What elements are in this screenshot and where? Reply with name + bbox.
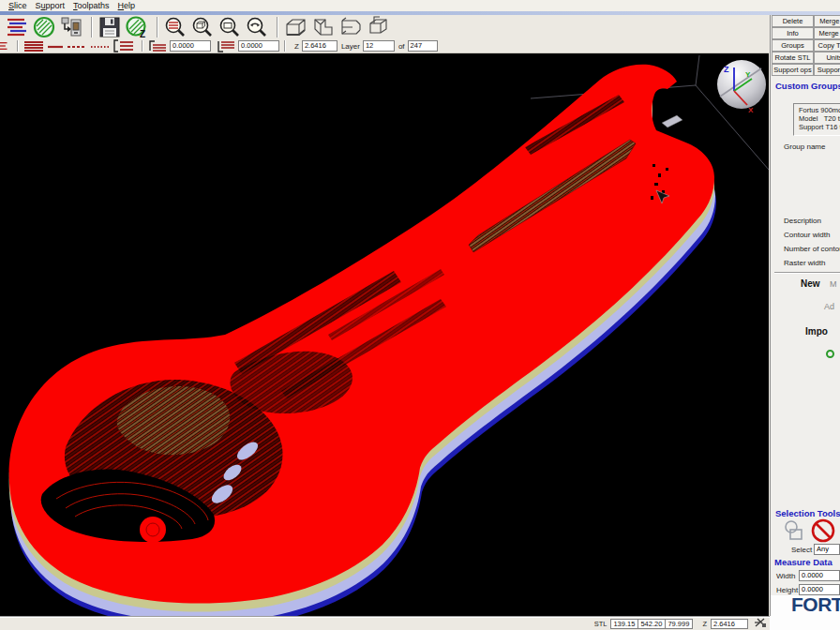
magnifier-pan-icon[interactable] (245, 16, 269, 38)
info-button[interactable]: Info (772, 27, 814, 39)
new-button[interactable]: New (801, 278, 820, 289)
view-cube-bottom-icon[interactable] (283, 16, 308, 38)
main-toolbar: Z (0, 15, 769, 39)
import-status-icon (826, 350, 834, 358)
width-field[interactable]: 0.0000 (799, 570, 840, 581)
fortus-logo: FORTUS (791, 595, 840, 616)
menu-slice[interactable]: Slice (8, 1, 27, 10)
raster-mini-icon[interactable] (0, 39, 9, 52)
layer-total-field[interactable]: 247 (408, 40, 438, 52)
z-value-field[interactable]: 2.6416 (302, 40, 338, 52)
magnifier-window-icon[interactable] (218, 16, 242, 38)
svg-text:Z: Z (140, 29, 145, 38)
toolbar-separator (277, 17, 278, 38)
status-z-label: Z (702, 620, 707, 628)
machine-info-box: Fortus 900mc Model T20 tip Support T16 t… (793, 103, 840, 136)
coord-x-field: 139.15 (610, 619, 638, 629)
z-label: Z (294, 42, 299, 51)
height-field[interactable]: 0.0000 (799, 584, 840, 595)
bottom-offset-icon (217, 39, 235, 52)
status-bar: STL 139.15 542.20 79.999 Z 2.6416 (0, 616, 770, 630)
units-button[interactable]: Units (814, 52, 840, 64)
logo-background (770, 616, 840, 630)
show-all-layers-icon[interactable] (23, 39, 44, 52)
height-label: Height (776, 586, 798, 594)
add-button[interactable]: Ad (824, 302, 834, 311)
view-cube-section-icon[interactable] (365, 16, 389, 38)
select-label: Select (791, 546, 812, 554)
description-label: Description (784, 217, 821, 225)
copy-through-button[interactable]: Copy Thro (814, 39, 840, 52)
raster-width-label: Raster width (784, 259, 825, 267)
select-shapes-icon[interactable] (782, 519, 806, 546)
toolbar-separator (17, 40, 19, 52)
menu-toolpaths[interactable]: Toolpaths (73, 1, 110, 10)
layer-toolbar: 0.0000 0.0000 Z 2.6416 Layer 12 of 247 (0, 39, 769, 53)
top-offset-icon (148, 39, 167, 52)
orientation-ball[interactable]: Z Y X (717, 60, 766, 114)
toolbar-separator (91, 17, 93, 38)
number-of-contours-label: Number of contours (784, 245, 840, 253)
width-label: Width (776, 572, 795, 580)
coord-y-field: 542.20 (638, 619, 666, 629)
dotted-layer-icon[interactable] (90, 39, 111, 52)
support-ops-button[interactable]: Support ops (772, 64, 814, 76)
right-panel: Delete Merge op Info Merge clo Groups Co… (770, 15, 840, 616)
custom-groups-title: Custom Groups (775, 81, 840, 91)
menu-help[interactable]: Help (118, 1, 136, 10)
contour-width-label: Contour width (784, 231, 830, 239)
merge-open-button[interactable]: Merge op (814, 15, 840, 27)
delete-button[interactable]: Delete (772, 15, 814, 27)
slot-boss (140, 517, 166, 543)
bracket-layers-icon[interactable] (113, 39, 134, 52)
menu-bar: Slice Support Toolpaths Help (0, 0, 840, 11)
axis-x-label: X (748, 106, 754, 114)
machine-support-row: Support T16 tip (799, 123, 840, 131)
toolbar-separator (284, 40, 286, 52)
merge-close-button[interactable]: Merge clo (814, 27, 840, 39)
group-name-label: Group name (784, 142, 825, 151)
of-label: of (398, 42, 405, 51)
magnifier-cube-icon[interactable] (190, 16, 215, 38)
panel-button-grid: Delete Merge op Info Merge clo Groups Co… (772, 15, 840, 76)
support-va-button[interactable]: Support va (814, 64, 840, 76)
fortus-logo-box: FORTUS (771, 595, 840, 616)
layer-field[interactable]: 12 (363, 40, 395, 52)
top-offset-field[interactable]: 0.0000 (170, 40, 211, 52)
groups-button[interactable]: Groups (772, 39, 814, 52)
slice-icon[interactable] (32, 16, 56, 38)
toolbar-separator (157, 17, 158, 38)
next-action-fragment[interactable]: M (830, 279, 837, 289)
panel-divider (774, 272, 840, 274)
snap-cursor-icon[interactable] (754, 617, 767, 630)
status-z-field: 2.6416 (711, 619, 748, 629)
single-layer-icon[interactable] (47, 39, 64, 52)
dashed-layer-icon[interactable] (67, 39, 87, 52)
machine-name: Fortus 900mc (799, 106, 840, 114)
view-cube-corner-icon[interactable] (310, 16, 335, 38)
coord-z-field: 79.999 (665, 619, 693, 629)
slice-to-z-icon[interactable]: Z (125, 16, 149, 38)
measure-data-title: Measure Data (774, 557, 832, 567)
sliced-part-view: Z Y X (0, 53, 769, 616)
machine-model-row: Model T20 tip (799, 114, 840, 123)
save-icon[interactable] (98, 16, 122, 38)
toolbar-separator (142, 40, 143, 52)
bottom-offset-field[interactable]: 0.0000 (238, 40, 279, 52)
rotate-stl-button[interactable]: Rotate STL (772, 52, 814, 64)
layer-label: Layer (341, 42, 360, 51)
menu-support[interactable]: Support (36, 1, 66, 10)
send-to-machine-icon[interactable] (59, 16, 83, 38)
toolpath-layers-icon[interactable] (5, 16, 29, 38)
magnifier-layers-icon[interactable] (163, 16, 188, 38)
axis-z-label: Z (724, 65, 729, 74)
import-button[interactable]: Impo (805, 326, 828, 337)
view-cube-left-icon[interactable] (338, 16, 362, 38)
select-mode-dropdown[interactable]: Any (814, 544, 840, 555)
3d-viewport[interactable]: Z Y X (0, 53, 769, 616)
stl-label: STL (594, 620, 608, 628)
axis-y-label: Y (745, 70, 751, 79)
